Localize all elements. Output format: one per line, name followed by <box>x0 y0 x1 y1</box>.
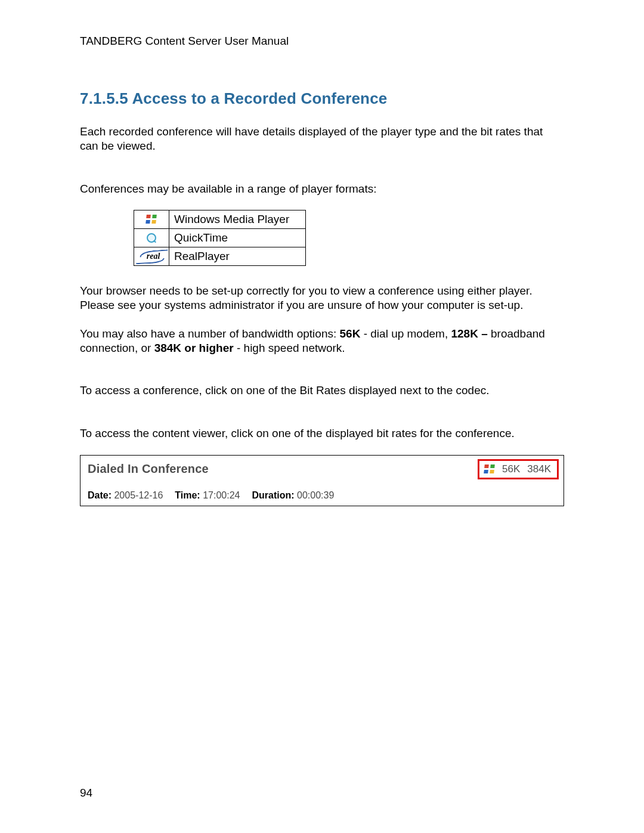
time-label: Time: <box>175 490 200 500</box>
conf-duration: Duration: 00:00:39 <box>252 490 334 501</box>
conf-time: Time: 17:00:24 <box>175 490 240 501</box>
formats-lead: Conferences may be available in a range … <box>80 182 564 196</box>
bw-384k: 384K or higher <box>154 342 234 354</box>
bitrate-highlight: 56K 384K <box>478 459 559 479</box>
player-formats-table: Windows Media Player QuickTime real Real… <box>134 210 306 266</box>
realplayer-icon: real <box>141 252 163 261</box>
bitrate-link-56k[interactable]: 56K <box>502 463 520 475</box>
table-row: QuickTime <box>134 229 306 247</box>
player-name: Windows Media Player <box>169 210 306 229</box>
access-conference-paragraph: To access a conference, click on one of … <box>80 383 564 398</box>
document-header: TANDBERG Content Server User Manual <box>80 35 564 48</box>
conf-date: Date: 2005-12-16 <box>88 490 163 501</box>
quicktime-icon <box>147 233 156 243</box>
date-label: Date: <box>88 490 112 500</box>
browser-note: Your browser needs to be set-up correctl… <box>80 284 564 312</box>
intro-paragraph: Each recorded conference will have detai… <box>80 125 564 153</box>
table-row: real RealPlayer <box>134 247 306 266</box>
windows-flag-icon <box>145 215 157 224</box>
bw-384k-desc: - high speed network. <box>234 342 345 354</box>
player-name: RealPlayer <box>169 247 306 266</box>
time-value: 17:00:24 <box>203 490 240 500</box>
conference-title: Dialed In Conference <box>88 462 209 476</box>
bw-56k: 56K <box>340 327 361 340</box>
duration-label: Duration: <box>252 490 294 500</box>
icon-cell: real <box>134 247 169 266</box>
conference-header-row: Dialed In Conference 56K 384K <box>80 456 564 479</box>
bw-56k-desc: - dial up modem, <box>360 327 451 340</box>
page: TANDBERG Content Server User Manual 7.1.… <box>0 0 644 833</box>
date-value: 2005-12-16 <box>114 490 163 500</box>
table-row: Windows Media Player <box>134 210 306 229</box>
windows-flag-icon <box>484 465 496 474</box>
access-viewer-paragraph: To access the content viewer, click on o… <box>80 426 564 441</box>
page-number: 94 <box>80 786 92 800</box>
bandwidth-paragraph: You may also have a number of bandwidth … <box>80 327 564 355</box>
bitrate-link-384k[interactable]: 384K <box>527 463 551 475</box>
player-name: QuickTime <box>169 229 306 247</box>
duration-value: 00:00:39 <box>297 490 334 500</box>
section-heading: 7.1.5.5 Access to a Recorded Conference <box>80 89 564 108</box>
icon-cell <box>134 229 169 247</box>
bw-pre: You may also have a number of bandwidth … <box>80 327 340 340</box>
icon-cell <box>134 210 169 229</box>
conference-meta-row: Date: 2005-12-16 Time: 17:00:24 Duration… <box>80 479 564 506</box>
conference-box: Dialed In Conference 56K 384K Date: 2005… <box>80 455 564 506</box>
bw-128k: 128K – <box>451 327 487 340</box>
section-number: 7.1.5.5 <box>80 89 128 107</box>
section-title: Access to a Recorded Conference <box>132 89 387 107</box>
